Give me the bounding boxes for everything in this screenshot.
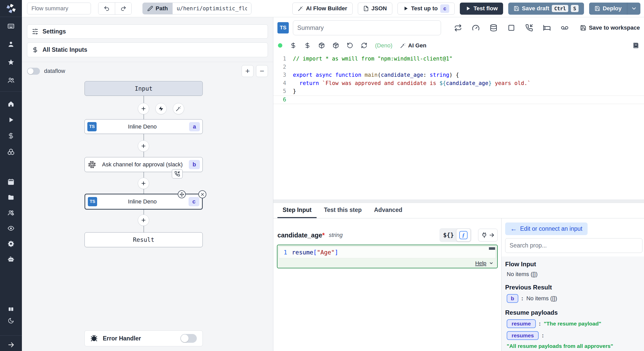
home-icon[interactable] [7, 100, 14, 107]
insert-step-button[interactable] [138, 178, 149, 189]
plug-icon [481, 232, 487, 238]
apps-icon[interactable] [7, 23, 14, 30]
phone-incoming-icon[interactable] [525, 24, 533, 32]
expr-code-line[interactable]: resume["Age"] [292, 249, 338, 256]
code-editor[interactable]: 1// import * as wmill from "npm:windmill… [273, 53, 644, 200]
pencil-icon [147, 6, 153, 11]
code-line[interactable]: 5} [273, 87, 644, 96]
dollar-icon[interactable] [7, 132, 14, 139]
all-static-inputs-button[interactable]: All Static Inputs [27, 42, 268, 57]
zoom-out-button[interactable]: − [256, 65, 268, 77]
ai-suggest-button[interactable] [173, 103, 184, 114]
moon-icon[interactable] [8, 318, 14, 324]
code-line[interactable]: 4 return `Flow was approved and candidat… [273, 79, 644, 88]
step-summary-input[interactable] [293, 20, 441, 35]
code-line[interactable]: 3export async function main(candidate_ag… [273, 71, 644, 79]
prop-key-badge[interactable]: resume [507, 319, 536, 328]
arrow-left-icon: ← [510, 225, 517, 233]
arrow-right-icon[interactable] [7, 341, 15, 348]
windmill-logo-icon[interactable] [5, 3, 17, 14]
flow-node-input[interactable]: Input [84, 81, 203, 96]
template-mode-button[interactable]: ${} [440, 232, 456, 238]
calendar-icon[interactable] [7, 178, 14, 185]
ai-flow-builder-button[interactable]: AI Flow Builder [292, 3, 353, 15]
flow-summary-input[interactable] [27, 3, 91, 14]
insert-step-button[interactable] [138, 140, 149, 152]
code-text: return `Flow was approved and candidate … [293, 79, 644, 88]
path-button[interactable]: Path [143, 3, 173, 14]
flow-node-b[interactable]: Ask channel for approval (slack) b [84, 157, 203, 172]
refresh-cw-icon[interactable] [361, 42, 367, 49]
dollar-icon[interactable] [290, 42, 296, 49]
tab-test-this-step[interactable]: Test this step [319, 203, 367, 218]
ai-gen-button[interactable]: AI Gen [400, 42, 426, 49]
users-icon[interactable] [7, 77, 14, 84]
flow-node-result[interactable]: Result [84, 232, 203, 247]
path-input[interactable] [173, 3, 251, 14]
prop-value: No items ([]) [526, 295, 557, 302]
database-icon[interactable] [490, 24, 497, 32]
bot-icon[interactable] [7, 256, 14, 263]
play-icon[interactable] [7, 116, 14, 123]
code-line[interactable]: 6 [273, 96, 644, 104]
delete-node-button[interactable] [198, 190, 206, 198]
insert-step-button[interactable] [138, 215, 149, 226]
test-flow-button[interactable]: Test flow [460, 3, 503, 15]
required-asterisk: * [322, 232, 325, 239]
connect-input-button[interactable] [478, 229, 498, 242]
trigger-button[interactable] [155, 103, 167, 114]
prop-value: No items ([]) [507, 271, 538, 278]
test-up-to-button[interactable]: Test up to c [397, 3, 455, 15]
save-to-workspace-button[interactable]: Save to workspace [580, 24, 640, 31]
zoom-in-button[interactable]: + [242, 65, 253, 77]
edit-or-connect-button[interactable]: ← Edit or connect an input [505, 222, 588, 235]
users-cog-icon[interactable] [7, 209, 14, 216]
undo-button[interactable] [98, 3, 115, 14]
panel-resize-divider[interactable] [273, 200, 644, 203]
prop-row: resume:"The resume payload" [505, 319, 640, 328]
flow-node-a[interactable]: TS Inline Deno a [84, 119, 203, 134]
prop-key-badge[interactable]: b [507, 294, 518, 303]
save-draft-button[interactable]: Save draft Ctrl S [508, 3, 584, 15]
book-icon[interactable] [8, 306, 14, 313]
move-node-handle[interactable] [178, 190, 186, 198]
expr-mode-button[interactable]: ƒ [456, 229, 470, 241]
package-icon[interactable] [318, 42, 325, 49]
voicemail-icon[interactable] [561, 24, 569, 32]
bed-icon[interactable] [543, 24, 551, 32]
boxes-icon[interactable] [7, 148, 14, 155]
error-handler-toggle[interactable] [180, 334, 197, 343]
redo-button[interactable] [115, 3, 131, 14]
gauge-icon[interactable] [472, 24, 480, 32]
settings-icon[interactable] [7, 240, 14, 247]
docs-book-icon[interactable] [633, 42, 639, 49]
code-line[interactable]: 2 [273, 63, 644, 71]
repeat-icon[interactable] [454, 24, 462, 32]
app-sidebar [0, 0, 22, 351]
dollar-icon[interactable] [304, 42, 311, 49]
eye-icon[interactable] [7, 225, 14, 232]
dataflow-toggle[interactable] [27, 68, 40, 75]
star-icon[interactable] [7, 59, 14, 66]
rotate-ccw-icon[interactable] [347, 42, 353, 49]
help-link[interactable]: Help [475, 260, 486, 266]
tab-step-input[interactable]: Step Input [277, 203, 317, 218]
folder-icon[interactable] [7, 194, 14, 201]
insert-step-button[interactable] [138, 103, 149, 114]
user-icon[interactable] [7, 41, 14, 48]
dataflow-row: dataflow + − [27, 65, 268, 77]
prop-description: "The resume payload" [544, 321, 601, 327]
expression-editor[interactable]: 1 resume["Age"] Help [277, 245, 498, 268]
tab-advanced[interactable]: Advanced [369, 203, 408, 218]
package-icon[interactable] [333, 42, 339, 49]
deploy-button[interactable]: Deploy [589, 3, 627, 15]
square-icon[interactable] [507, 24, 515, 32]
language-label[interactable]: (Deno) [375, 42, 392, 49]
json-button[interactable]: JSON [358, 3, 392, 15]
search-prop-input[interactable] [505, 238, 642, 253]
chevron-down-icon[interactable] [489, 261, 494, 266]
flow-settings-button[interactable]: Settings [27, 24, 268, 39]
deploy-dropdown-button[interactable] [627, 3, 640, 15]
code-line[interactable]: 1// import * as wmill from "npm:windmill… [273, 53, 644, 63]
prop-key-badge[interactable]: resumes [507, 331, 539, 340]
